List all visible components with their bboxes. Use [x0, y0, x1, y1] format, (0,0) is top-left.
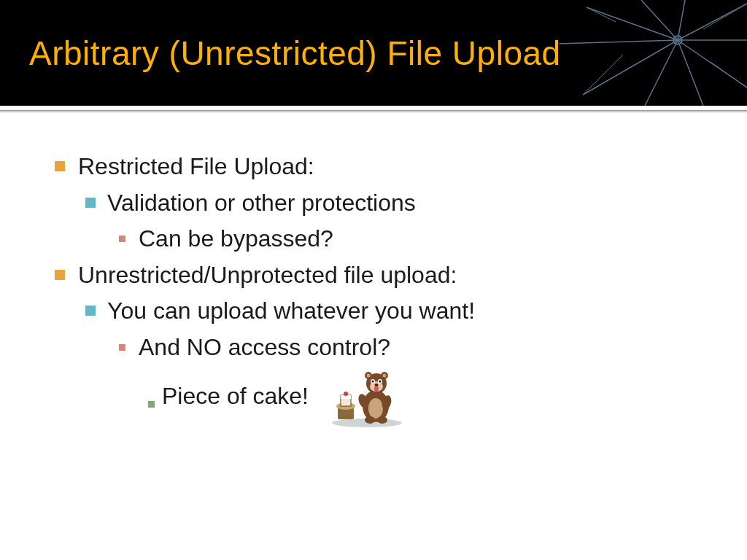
bullet-icon [85, 198, 96, 208]
bullet-level-1: Unrestricted/Unprotected file upload: [55, 257, 732, 294]
svg-point-21 [365, 416, 375, 424]
svg-point-16 [344, 392, 348, 396]
bullet-icon [119, 236, 125, 242]
bullet-text: Piece of cake! [162, 378, 309, 415]
bullet-text: Can be bypassed? [139, 221, 333, 257]
bullet-level-3: Can be bypassed? [119, 221, 732, 257]
svg-line-8 [678, 4, 747, 40]
svg-point-34 [374, 386, 379, 392]
bullet-text: Validation or other protections [107, 185, 416, 222]
svg-point-32 [379, 380, 382, 382]
bullet-icon [55, 161, 65, 171]
svg-line-1 [587, 7, 678, 40]
svg-line-2 [557, 40, 678, 44]
slide-header: Arbitrary (Unrestricted) File Upload [0, 0, 747, 106]
bullet-text: You can upload whatever you want! [107, 293, 475, 330]
svg-point-18 [368, 398, 383, 419]
svg-point-26 [367, 373, 371, 377]
bullet-level-1: Restricted File Upload: [55, 149, 732, 185]
bullet-level-4: Piece of cake! [148, 366, 732, 428]
svg-line-5 [678, 40, 703, 106]
bullet-icon [55, 270, 65, 280]
bullet-text: Restricted File Upload: [78, 149, 314, 185]
bear-cake-icon [327, 366, 407, 428]
bullet-text: And NO access control? [139, 330, 390, 366]
bullet-icon [85, 306, 96, 316]
svg-point-27 [383, 373, 387, 377]
bullet-level-2: You can upload whatever you want! [85, 293, 732, 330]
bullet-icon [148, 401, 155, 408]
bullet-level-2: Validation or other protections [85, 185, 732, 222]
bullet-level-3: And NO access control? [119, 330, 732, 366]
bullet-icon [119, 344, 125, 351]
svg-point-22 [377, 416, 387, 424]
slide-title: Arbitrary (Unrestricted) File Upload [29, 34, 561, 73]
bullet-text: Unrestricted/Unprotected file upload: [78, 257, 457, 294]
slide-body: Restricted File Upload: Validation or ot… [0, 112, 747, 428]
svg-line-9 [678, 0, 685, 40]
svg-point-31 [372, 380, 374, 382]
